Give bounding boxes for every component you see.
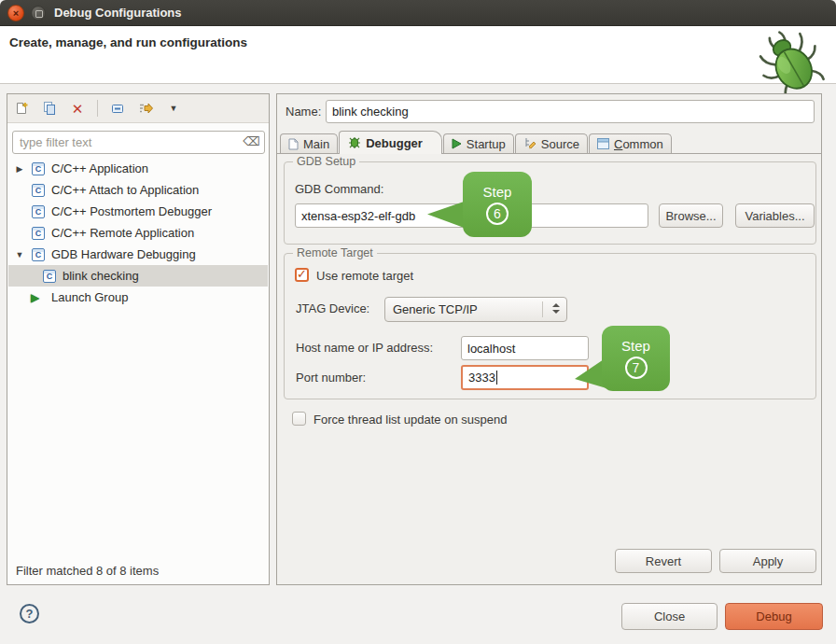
tab-common[interactable]: Common — [589, 133, 672, 153]
tab-label: Startup — [467, 137, 506, 151]
close-button[interactable]: Close — [621, 603, 718, 630]
browse-button[interactable]: Browse... — [659, 203, 723, 228]
launch-group-icon: ▶ — [31, 291, 39, 304]
step6-callout: Step 6 — [463, 172, 532, 237]
tab-label: Source — [541, 137, 579, 151]
use-remote-target-checkbox[interactable] — [295, 268, 309, 282]
debug-configurations-dialog: × Debug Configurations Create, manage, a… — [0, 0, 836, 644]
c-config-icon: C — [32, 162, 45, 175]
dialog-header-title: Create, manage, and run configurations — [9, 35, 247, 49]
tree-item-cpp-application[interactable]: ▶ C C/C++ Application — [8, 158, 268, 179]
title-bar[interactable]: × Debug Configurations — [0, 0, 836, 26]
tab-debugger[interactable]: Debugger — [339, 131, 442, 154]
common-tab-icon — [597, 138, 609, 149]
filter-status-text: Filter matched 8 of 8 items — [16, 564, 159, 578]
dialog-header: Create, manage, and run configurations — [0, 26, 836, 84]
tree-item-label: C/C++ Remote Application — [51, 226, 194, 240]
tree-item-label: C/C++ Postmortem Debugger — [51, 204, 212, 218]
c-config-icon: C — [32, 227, 45, 240]
tab-label: Common — [614, 137, 663, 151]
window-close-icon[interactable]: × — [7, 5, 24, 21]
tab-startup[interactable]: Startup — [443, 133, 514, 153]
host-label: Host name or IP address: — [296, 341, 433, 355]
filter-configurations-icon[interactable] — [137, 100, 154, 117]
c-config-icon: C — [32, 248, 45, 261]
debug-bug-icon — [756, 27, 829, 100]
tree-item-label: GDB Hardware Debugging — [51, 247, 196, 261]
use-remote-target-label: Use remote target — [316, 269, 413, 283]
toolbar-separator — [97, 100, 98, 117]
tree-item-cpp-postmortem[interactable]: C C/C++ Postmortem Debugger — [8, 201, 268, 222]
tab-source[interactable]: Source — [515, 133, 588, 153]
tree-item-launch-group[interactable]: ▶ Launch Group — [8, 287, 268, 308]
configurations-panel: ✕ ▼ ⌫ ▶ C C/C++ Application C C/C++ Atta… — [7, 93, 270, 585]
gdb-setup-legend: GDB Setup — [293, 155, 359, 168]
revert-button[interactable]: Revert — [615, 549, 712, 573]
combo-spinner-icon[interactable] — [552, 303, 560, 314]
configuration-detail-panel: Name: Main Debugger Startup Source C — [276, 93, 822, 585]
c-config-icon: C — [32, 205, 45, 218]
port-value: 3333 — [468, 371, 495, 385]
main-tab-icon — [288, 138, 299, 150]
jtag-device-value: Generic TCP/IP — [393, 302, 478, 316]
filter-input[interactable] — [12, 131, 265, 154]
delete-configuration-icon[interactable]: ✕ — [69, 100, 86, 117]
tab-label: Debugger — [366, 136, 423, 150]
tab-main[interactable]: Main — [280, 133, 338, 153]
configuration-tabs: Main Debugger Startup Source Common — [280, 131, 673, 154]
collapse-all-icon[interactable] — [109, 100, 126, 117]
tree-item-label: C/C++ Attach to Application — [51, 183, 199, 197]
step6-number: 6 — [486, 203, 509, 225]
collapse-arrow-icon[interactable]: ▼ — [15, 250, 24, 259]
tree-item-label: C/C++ Application — [51, 161, 148, 175]
tab-label: Main — [303, 137, 329, 151]
expand-arrow-icon[interactable]: ▶ — [15, 164, 24, 174]
remote-target-legend: Remote Target — [293, 246, 377, 259]
name-input[interactable] — [326, 100, 815, 123]
debugger-tab-icon — [348, 136, 361, 149]
step6-label: Step — [483, 184, 512, 200]
source-tab-icon — [523, 137, 536, 150]
step7-callout: Step 7 — [602, 326, 670, 391]
filter-field-wrap: ⌫ — [12, 131, 265, 154]
clear-filter-icon[interactable]: ⌫ — [244, 134, 260, 148]
text-caret — [496, 371, 497, 385]
window-title: Debug Configurations — [54, 0, 182, 26]
step7-label: Step — [621, 338, 650, 354]
toolbar-menu-chevron-icon[interactable]: ▼ — [165, 100, 182, 117]
name-label: Name: — [286, 105, 321, 119]
tree-item-gdb-hardware[interactable]: ▼ C GDB Hardware Debugging — [8, 244, 268, 265]
force-thread-label: Force thread list update on suspend — [314, 413, 507, 427]
tree-item-label: blink checking — [63, 269, 139, 283]
c-config-icon: C — [43, 270, 56, 283]
tree-item-label: Launch Group — [51, 290, 128, 304]
apply-button[interactable]: Apply — [719, 549, 816, 573]
configurations-toolbar: ✕ ▼ — [7, 94, 269, 123]
debug-button[interactable]: Debug — [725, 603, 823, 630]
jtag-device-select[interactable]: Generic TCP/IP — [384, 297, 567, 322]
tree-item-cpp-attach[interactable]: C C/C++ Attach to Application — [8, 179, 268, 201]
step7-number: 7 — [625, 357, 648, 379]
force-thread-checkbox[interactable] — [292, 412, 306, 426]
new-configuration-icon[interactable] — [13, 100, 30, 117]
tree-item-blink-checking[interactable]: C blink checking — [8, 265, 268, 287]
startup-tab-icon — [452, 138, 462, 149]
port-input[interactable]: 3333 — [461, 365, 589, 390]
combo-separator — [542, 301, 543, 317]
tree-item-cpp-remote[interactable]: C C/C++ Remote Application — [8, 222, 268, 244]
gdb-command-label: GDB Command: — [295, 182, 383, 196]
help-icon[interactable]: ? — [20, 604, 39, 623]
host-input[interactable] — [461, 336, 589, 360]
port-label: Port number: — [296, 371, 366, 385]
c-config-icon: C — [32, 184, 45, 197]
window-restore-icon[interactable] — [31, 6, 46, 21]
jtag-device-label: JTAG Device: — [296, 301, 369, 315]
variables-button[interactable]: Variables... — [735, 203, 815, 228]
duplicate-configuration-icon[interactable] — [41, 100, 58, 117]
